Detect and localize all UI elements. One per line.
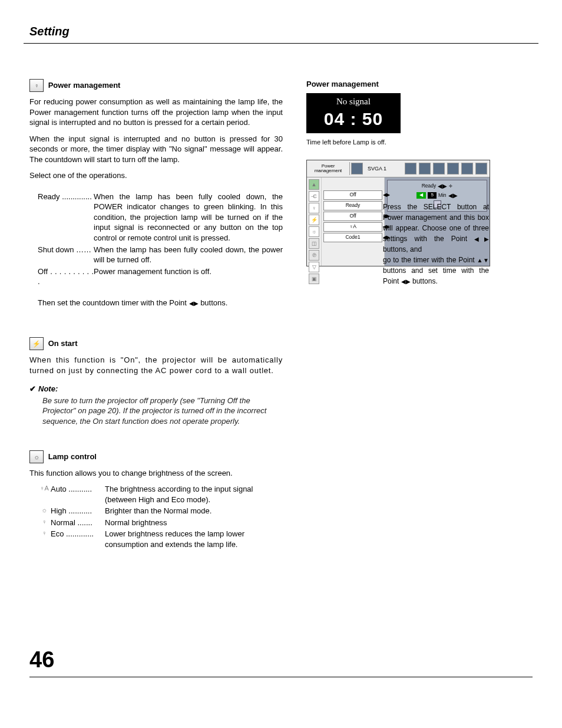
onstart-p1: When this function is "On", the projecto… [29,355,283,375]
lr-arrows-icon: ◀▶ [189,300,199,307]
off-desc: Power management function is off. [94,266,283,287]
note-body: Be sure to turn the projector off proper… [42,396,283,427]
shutdown-desc: When the lamp has been fully cooled down… [94,245,283,265]
right-heading: Power management [306,79,533,90]
lr-arrows-icon: ◀▶ [383,213,390,220]
osd-item-off[interactable]: Off◀▶ [323,190,382,200]
pm-p2: When the input signal is interrupted and… [29,134,283,165]
osd-header-icon [351,163,363,174]
lr-arrows-icon: ◀▶ [401,278,411,285]
plug-icon: ⚡ [29,337,44,350]
lr-arrows-icon: ◀▶ [474,236,489,242]
auto-label: Auto ........... [51,484,105,505]
eco-desc: Lower brightness reduces the lamp lower … [105,529,283,549]
lr-arrows-icon: ◀▶ [383,224,390,230]
bulb-icon: ♀ [29,79,44,92]
left-column: ♀ Power management For reducing power co… [29,79,283,551]
osd-item-off2[interactable]: Off◀▶ [323,212,382,221]
ud-arrows-icon: ▲▼ [477,257,489,263]
time-caption: Time left before Lamp is off. [306,138,533,147]
high-mode-icon: ☼ [38,506,51,516]
pm-p4: Then set the countdown timer with the Po… [38,298,283,308]
osd-header-label: Power management [307,162,350,175]
osd-tab-icon[interactable] [475,163,487,174]
high-desc: Brighter than the Normal mode. [105,506,283,516]
osd-side-item[interactable]: ▣ [309,274,319,284]
scroll-up-icon[interactable]: ▲ [309,179,319,190]
osd-side-item[interactable]: ◫ [309,238,319,249]
osd-side-item[interactable]: ☼ [309,226,319,237]
page-number: 46 [29,647,54,672]
osd-tab-icon[interactable] [461,163,473,174]
pm-p1: For reducing power consumption as well a… [29,97,283,128]
ready-label: Ready .............. [38,192,94,243]
osd-svga-label: SVGA 1 [364,165,390,172]
osd-item-code[interactable]: Code1◀▶ [323,233,382,242]
osd-tab-icon[interactable] [419,163,431,174]
osd-side-item[interactable]: ⚡ [309,215,319,225]
eco-mode-icon: ♀ [38,529,51,549]
normal-label: Normal ....... [51,518,105,528]
divider-top [24,43,538,44]
auto-desc: The brightness according to the input si… [105,484,283,505]
off-label: Off . . . . . . . . . . . [38,266,94,287]
note-heading: Note: [29,384,283,394]
eco-label: Eco ............. [51,529,105,549]
pm-p3: Select one of the operations. [29,170,283,181]
auto-mode-icon: ♀A [38,484,51,505]
osd-side-item[interactable]: ♀ [309,203,319,213]
lr-arrows-icon: ◀▶ [448,192,458,200]
high-label: High ........... [51,506,105,516]
right-column: Power management No signal 04 : 50 Time … [306,79,533,551]
osd-item-lamp[interactable]: ♀A◀▶ [323,222,382,232]
lampcontrol-icon: ☼ [29,450,44,463]
min-label: Min [438,192,447,199]
osd-tab-icon[interactable] [447,163,459,174]
lamp-heading: Lamp control [48,450,97,462]
pm-heading: Power management [48,79,121,91]
lr-arrows-icon: ◀▶ [383,192,390,199]
osd-popup-ready: Ready [422,183,437,189]
normal-mode-icon: ♀ [38,518,51,528]
lr-arrows-icon: ◀▶ [438,182,447,190]
osd-tab-icon[interactable] [433,163,445,174]
lr-arrows-icon: ◀▶ [383,235,390,241]
onstart-heading: On start [48,337,78,349]
back-icon[interactable]: ◀ [416,192,426,199]
no-signal-display: No signal 04 : 50 [306,93,401,134]
scroll-down-icon[interactable]: ▽ [309,262,319,272]
lamp-p1: This function allows you to change brigh… [29,468,283,479]
shutdown-label: Shut down …… [38,245,94,265]
osd-side-item[interactable]: -Є [309,191,319,202]
page-title: Setting [29,24,533,39]
no-signal-label: No signal [306,95,401,107]
normal-desc: Normal brightness [105,518,283,528]
ready-desc: When the lamp has been fully cooled down… [94,192,283,243]
countdown-time: 04 : 50 [306,107,401,131]
min-value: 5 [428,192,436,199]
osd-tab-icon[interactable] [405,163,416,174]
osd-side-item[interactable]: ℗ [309,250,319,261]
osd-item-ready[interactable]: Ready [323,201,382,210]
